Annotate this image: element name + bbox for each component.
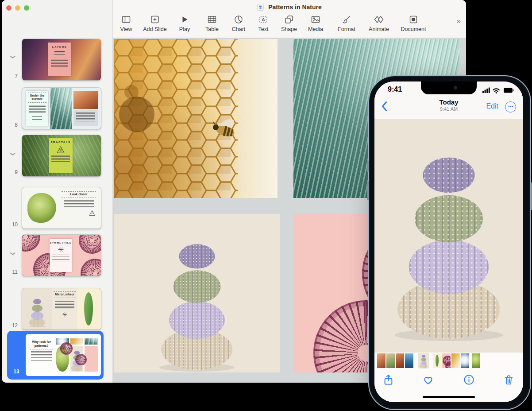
photo-thumbnail[interactable] [451,353,460,368]
info-icon[interactable] [463,374,475,386]
slide13-card-title: Why look for patterns? [30,340,53,348]
slide-thumbnail-7[interactable]: LAYERS [22,39,101,80]
shape-icon [284,15,294,24]
nav-subtitle: 9:41 AM [418,106,480,112]
battery-icon [504,88,514,93]
view-button[interactable]: View [116,15,136,32]
view-icon [121,15,131,24]
slide-thumbnail-11[interactable]: SYMMETRIES [22,235,101,276]
add-slide-icon [150,15,160,24]
svg-text:A: A [262,17,265,22]
slide-number: 9 [4,169,18,175]
window-toolbar: Patterns in Nature View Add Slide Play T… [113,0,466,38]
slide-thumbnail-13[interactable]: Why look for patterns? [26,334,101,376]
animate-button[interactable]: Animate [366,15,392,32]
slide-thumbnail-12[interactable]: Mirror, mirror [22,288,101,330]
chevron-down-icon[interactable]: ❯ [9,252,16,259]
play-icon [180,15,189,24]
trash-icon[interactable] [503,374,515,386]
media-icon [311,15,320,24]
photo-thumbnail[interactable] [377,353,386,368]
document-icon [409,15,418,24]
nav-title: Today [418,98,480,106]
front-camera [454,86,457,89]
slide12-card-title: Mirror, mirror [54,293,76,297]
play-button[interactable]: Play [175,15,194,32]
chart-icon [234,15,243,24]
iphone: 9:41 [368,75,531,410]
photos-bottom-toolbar [374,369,523,402]
slide11-card-title: SYMMETRIES [50,241,72,244]
zoom-window-button[interactable] [24,5,29,11]
minimize-window-button[interactable] [15,5,20,11]
screenshot-stage: ❯ LAYERS 7 Under the surface [0,0,532,411]
photo-thumbnail[interactable] [396,353,404,368]
photo-thumbnail[interactable] [386,353,395,368]
shape-button[interactable]: Shape [278,15,301,32]
status-bar-icons [482,87,514,94]
slide-number: 12 [4,322,18,329]
photo-thumbnail[interactable] [472,353,480,368]
table-button[interactable]: Table [201,15,223,32]
share-icon[interactable] [382,374,394,386]
edit-button[interactable]: Edit [486,102,498,110]
slide-thumbnail-9[interactable]: FRACTALS [22,135,101,176]
media-button[interactable]: Media [305,15,326,32]
photo-thumbnail[interactable] [461,353,469,368]
photo-thumbnail[interactable] [433,353,441,368]
back-button[interactable] [379,100,390,112]
slide9-card-title: FRACTALS [49,141,73,144]
text-button[interactable]: A Text [254,15,273,32]
slide-navigator: ❯ LAYERS 7 Under the surface [2,0,113,383]
slide-number: 7 [4,73,18,79]
chart-button[interactable]: Chart [228,15,249,32]
volume-button [367,181,369,200]
photo-view-urchins[interactable] [374,119,523,353]
slide-image-urchins[interactable] [114,214,280,372]
document-button[interactable]: Document [398,15,429,32]
phone-screen: 9:41 [374,81,523,402]
slide-number: 10 [4,221,18,228]
phone-notch [421,81,477,94]
close-window-button[interactable] [6,5,12,11]
slide8-card-title: Under the surface [26,94,48,102]
nav-title-group: Today 9:41 AM [418,98,480,112]
slide-number: 11 [4,269,18,275]
add-slide-button[interactable]: Add Slide [140,15,170,32]
slide-thumbnail-10[interactable]: Look closer [22,187,101,229]
photo-thumbnail-strip [374,353,523,369]
chevron-down-icon[interactable]: ❯ [9,152,16,159]
keynote-app-icon [257,4,264,12]
ellipsis-icon [508,103,514,109]
animate-icon [374,15,384,24]
toolbar-overflow-button[interactable]: » [457,17,461,26]
slide-thumbnail-8[interactable]: Under the surface [22,88,101,129]
status-bar-time: 9:41 [388,85,402,93]
slide-image-honeycomb[interactable] [114,39,278,198]
home-indicator[interactable] [423,396,475,398]
wifi-icon [493,89,499,93]
photos-app-header: 9:41 [374,81,523,119]
format-button[interactable]: Format [334,15,359,32]
slide7-card-title: LAYERS [48,46,71,49]
chevron-down-icon[interactable]: ❯ [9,55,16,62]
mute-switch [367,160,369,172]
heart-icon[interactable] [422,374,434,386]
photo-thumbnail[interactable] [442,353,451,368]
text-icon: A [258,15,268,24]
photo-thumbnail[interactable] [405,353,413,368]
document-title: Patterns in Nature [113,4,466,12]
photo-thumbnail-selected[interactable] [417,353,430,369]
cellular-icon [482,88,490,93]
slide10-card-title: Look closer [62,193,96,197]
slide-thumbnail-13-selection: Why look for patterns? 13 [7,331,104,380]
slide-number-selected: 13 [11,368,22,375]
more-options-button[interactable] [505,101,516,112]
slide-number: 8 [4,122,18,128]
format-icon [342,15,351,24]
table-icon [207,15,217,24]
